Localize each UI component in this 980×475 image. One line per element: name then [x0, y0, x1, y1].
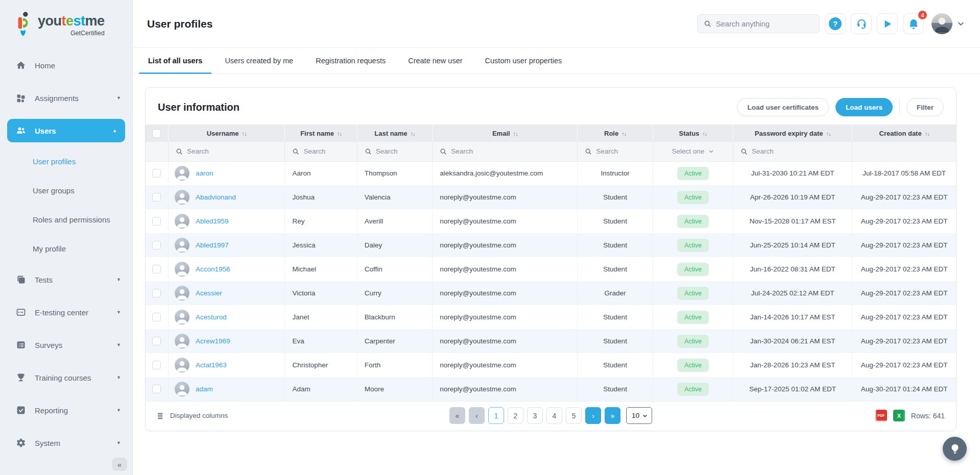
username-link[interactable]: Abled1997	[196, 241, 229, 249]
filter-username[interactable]: Search	[169, 147, 285, 155]
username-link[interactable]: Acesturod	[196, 313, 227, 321]
username-link[interactable]: Acrew1969	[196, 337, 230, 345]
column-header-email[interactable]: Email↑↓	[433, 124, 578, 142]
help-button[interactable]: ?	[825, 13, 846, 34]
column-header-creation-date[interactable]: Creation date↑↓	[852, 124, 956, 142]
username-link[interactable]: Acessier	[196, 289, 222, 297]
row-checkbox[interactable]	[152, 217, 161, 226]
displayed-columns-control[interactable]: Displayed columns	[157, 412, 290, 420]
select-all-checkbox[interactable]	[152, 129, 161, 138]
filter-role[interactable]: Search	[578, 147, 653, 155]
sidebar-item-my-profile[interactable]: My profile	[0, 234, 132, 263]
status-cell: Active	[653, 233, 733, 257]
username-link[interactable]: adam	[196, 385, 213, 393]
column-header-status[interactable]: Status↑↓	[653, 124, 733, 142]
sidebar-item-assignments[interactable]: Assignments ▼	[0, 82, 132, 114]
role-cell: Student	[578, 377, 653, 401]
page-size-select[interactable]: 10	[626, 407, 652, 424]
page-button-4[interactable]: 4	[546, 407, 562, 424]
divider	[899, 99, 900, 115]
tab-custom-user-properties[interactable]: Custom user properties	[485, 48, 562, 73]
column-header-last-name[interactable]: Last name↑↓	[357, 124, 433, 142]
first-name-cell: Janet	[285, 305, 357, 329]
column-header-username[interactable]: Username↑↓	[168, 124, 285, 142]
user-menu-chevron-icon[interactable]	[957, 20, 965, 28]
row-checkbox[interactable]	[152, 265, 161, 273]
row-checkbox[interactable]	[152, 169, 161, 178]
row-checkbox[interactable]	[152, 241, 161, 249]
filter-email[interactable]: Search	[433, 147, 577, 155]
sidebar-item-tests[interactable]: Tests ▼	[0, 263, 132, 296]
page-button-2[interactable]: 2	[508, 407, 523, 424]
sidebar-item-training-courses[interactable]: Training courses ▼	[0, 361, 132, 394]
export-excel-icon[interactable]: X	[893, 410, 905, 421]
sort-icon[interactable]: ↑↓	[242, 131, 247, 137]
support-button[interactable]	[851, 13, 872, 34]
row-checkbox[interactable]	[152, 385, 161, 393]
sort-icon[interactable]: ↑↓	[337, 131, 342, 137]
email-cell: noreply@youtestme.com	[433, 233, 578, 257]
row-checkbox[interactable]	[152, 289, 161, 297]
hints-fab-button[interactable]	[943, 437, 967, 461]
email-cell: noreply@youtestme.com	[433, 185, 578, 209]
page-button-1[interactable]: 1	[488, 407, 504, 424]
previous-page-button[interactable]: ‹	[469, 407, 485, 424]
sort-icon[interactable]: ↑↓	[826, 131, 830, 137]
global-search[interactable]	[697, 14, 820, 33]
user-menu-avatar[interactable]	[931, 13, 952, 34]
sidebar-item-reporting[interactable]: Reporting ▼	[0, 394, 132, 427]
filter-first-name[interactable]: Search	[285, 147, 356, 155]
filter-password-expiry-date[interactable]: Search	[733, 147, 852, 155]
bell-icon	[907, 18, 920, 30]
export-pdf-icon[interactable]: PDF	[875, 410, 887, 421]
last-name-cell: Forth	[357, 353, 433, 377]
sort-icon[interactable]: ↑↓	[513, 131, 518, 137]
row-checkbox[interactable]	[152, 337, 161, 345]
next-page-button[interactable]: ›	[585, 407, 601, 424]
column-header-first-name[interactable]: First name↑↓	[285, 124, 357, 142]
tab-create-new-user[interactable]: Create new user	[408, 48, 462, 73]
sidebar-item-home[interactable]: Home	[0, 49, 132, 82]
username-link[interactable]: Actat1963	[196, 361, 227, 369]
load-users-button[interactable]: Load users	[835, 98, 893, 116]
tab-users-created-by-me[interactable]: Users created by me	[225, 48, 293, 73]
sort-icon[interactable]: ↑↓	[622, 131, 626, 137]
column-header-password-expiry-date[interactable]: Password expiry date↑↓	[733, 124, 852, 142]
filter-status[interactable]: Select one	[653, 147, 733, 155]
sidebar-item-user-profiles[interactable]: User profiles	[0, 147, 132, 176]
notifications-button[interactable]: 4	[903, 13, 924, 34]
sort-icon[interactable]: ↑↓	[702, 131, 707, 137]
sidebar-item-system[interactable]: System ▼	[0, 427, 132, 459]
row-checkbox[interactable]	[152, 361, 161, 369]
tab-list-of-all-users[interactable]: List of all users	[148, 48, 202, 73]
sidebar-item-user-groups[interactable]: User groups	[0, 176, 132, 205]
global-search-input[interactable]	[716, 20, 813, 28]
first-page-button[interactable]: «	[449, 407, 465, 424]
sort-icon[interactable]: ↑↓	[925, 131, 929, 137]
search-icon	[292, 148, 299, 155]
sidebar-item-users[interactable]: Users ▲	[7, 119, 125, 142]
row-checkbox[interactable]	[152, 193, 161, 202]
username-link[interactable]: Abled1959	[196, 217, 229, 225]
username-link[interactable]: Accon1956	[196, 265, 230, 273]
load-user-certificates-button[interactable]: Load user certificates	[737, 98, 829, 116]
row-checkbox[interactable]	[152, 313, 161, 321]
sidebar-collapse-button[interactable]: «	[112, 458, 127, 471]
username-link[interactable]: Abadvionand	[196, 193, 236, 201]
filter-button[interactable]: Filter	[906, 98, 944, 116]
tutorials-button[interactable]	[877, 13, 898, 34]
filter-last-name[interactable]: Search	[357, 147, 433, 155]
sidebar-item-etesting-center[interactable]: E-testing center ▼	[0, 296, 132, 329]
last-page-button[interactable]: »	[605, 407, 620, 424]
avatar-silhouette-icon	[175, 166, 189, 181]
page-button-5[interactable]: 5	[566, 407, 582, 424]
username-link[interactable]: aaron	[196, 169, 213, 177]
page-button-3[interactable]: 3	[527, 407, 543, 424]
tab-registration-requests[interactable]: Registration requests	[316, 48, 386, 73]
sidebar-item-roles-permissions[interactable]: Roles and permissions	[0, 205, 132, 234]
sidebar-item-surveys[interactable]: Surveys ▼	[0, 329, 132, 361]
sort-icon[interactable]: ↑↓	[411, 131, 415, 137]
column-header-role[interactable]: Role↑↓	[578, 124, 653, 142]
chevron-down-icon: ▼	[116, 375, 121, 380]
notification-badge: 4	[917, 10, 928, 20]
